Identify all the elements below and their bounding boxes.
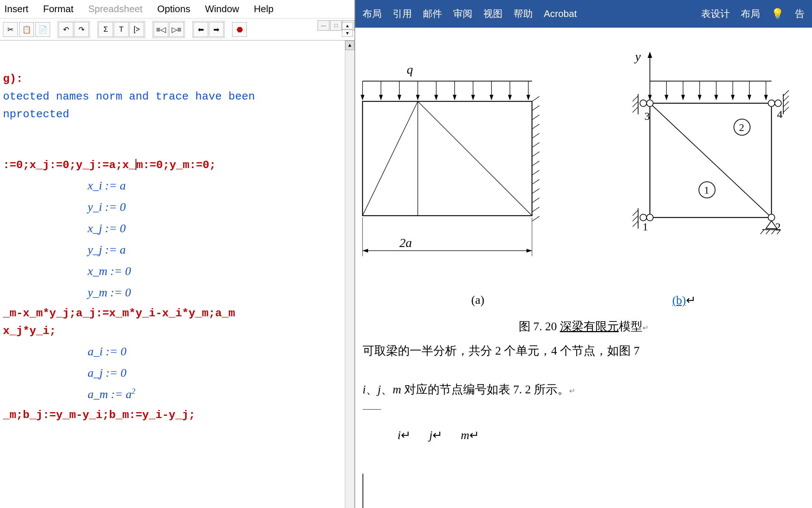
back-button[interactable]: ⬅ bbox=[193, 22, 208, 37]
scissors-icon: ✂ bbox=[7, 25, 14, 34]
ribbon-mail[interactable]: 邮件 bbox=[423, 7, 442, 20]
stop-button[interactable]: ⬣ bbox=[232, 22, 247, 37]
menu-insert[interactable]: Insert bbox=[4, 3, 28, 15]
text-button[interactable]: T bbox=[114, 22, 129, 37]
toolbar-down-button[interactable]: ▼ bbox=[342, 29, 353, 37]
figure-title: 图 7. 20 深梁有限元模型↵ bbox=[359, 314, 808, 339]
caption-row: (a) (b)↵ bbox=[359, 293, 808, 307]
svg-marker-8 bbox=[416, 95, 419, 100]
dimension-2a: 2a bbox=[399, 236, 412, 250]
svg-line-30 bbox=[532, 140, 539, 147]
node-4-label: 4 bbox=[777, 108, 783, 120]
svg-line-74 bbox=[633, 101, 638, 107]
svg-marker-12 bbox=[453, 95, 456, 100]
svg-marker-10 bbox=[435, 95, 438, 100]
paste-button[interactable]: 📄 bbox=[35, 22, 50, 37]
result-yj: y_j := a bbox=[88, 243, 126, 256]
undo-button[interactable]: ↶ bbox=[59, 22, 73, 37]
cut-button[interactable]: ✂ bbox=[3, 22, 18, 37]
svg-line-80 bbox=[633, 221, 638, 227]
svg-rect-21 bbox=[363, 101, 532, 216]
svg-marker-6 bbox=[398, 95, 401, 100]
figures-row: q bbox=[359, 35, 808, 286]
result-yi: y_i := 0 bbox=[88, 200, 126, 213]
svg-line-25 bbox=[532, 94, 539, 101]
svg-point-66 bbox=[768, 100, 775, 107]
worksheet-area[interactable]: g): otected names norm and trace have be… bbox=[0, 41, 354, 508]
ribbon-review[interactable]: 审阅 bbox=[453, 7, 472, 20]
menu-format[interactable]: Format bbox=[43, 3, 73, 15]
redo-icon: ↷ bbox=[78, 25, 85, 34]
triangle-down-icon: ▼ bbox=[345, 31, 350, 36]
svg-point-71 bbox=[640, 100, 647, 107]
svg-line-90 bbox=[766, 230, 770, 234]
lightbulb-icon[interactable]: 💡 bbox=[771, 8, 784, 20]
ribbon-reference[interactable]: 引用 bbox=[393, 7, 412, 20]
code-input-line[interactable]: :=0;x_j:=0;y_j:=a;x_m:=0;y_m:=0; bbox=[3, 156, 351, 174]
redo-button[interactable]: ↷ bbox=[74, 22, 89, 37]
svg-marker-58 bbox=[731, 95, 734, 100]
svg-marker-56 bbox=[715, 95, 718, 100]
svg-line-91 bbox=[771, 230, 775, 234]
svg-point-81 bbox=[775, 100, 781, 107]
ribbon-layout2[interactable]: 布局 bbox=[741, 7, 760, 20]
svg-line-73 bbox=[633, 96, 638, 101]
svg-point-67 bbox=[647, 214, 653, 221]
svg-point-68 bbox=[768, 214, 775, 221]
prompt-button[interactable]: [> bbox=[129, 22, 144, 37]
menu-help[interactable]: Help bbox=[254, 3, 273, 15]
svg-marker-2 bbox=[361, 95, 364, 100]
copy-button[interactable]: 📋 bbox=[19, 22, 34, 37]
document-area[interactable]: q bbox=[355, 28, 812, 508]
element-2-label: 2 bbox=[739, 122, 744, 133]
arrow-right-icon: ➡ bbox=[213, 25, 220, 34]
svg-marker-18 bbox=[508, 95, 511, 100]
paste-icon: 📄 bbox=[38, 25, 48, 34]
ribbon-layout[interactable]: 布局 bbox=[363, 7, 382, 20]
ribbon-view[interactable]: 视图 bbox=[483, 7, 503, 20]
svg-line-83 bbox=[783, 90, 789, 96]
result-ai: a_i := 0 bbox=[88, 345, 126, 358]
code-line-2: _m-x_m*y_j;a_j:=x_m*y_i-x_i*y_m;a_m bbox=[3, 305, 351, 322]
vertical-scrollbar[interactable]: ▲ bbox=[345, 41, 354, 508]
sigma-button[interactable]: Σ bbox=[98, 22, 113, 37]
code-line-4: _m;b_j:=y_m-y_i;b_m:=y_i-y_j; bbox=[3, 406, 351, 424]
svg-line-28 bbox=[532, 122, 539, 129]
svg-line-64 bbox=[650, 103, 771, 218]
indent-icon: ▷≡ bbox=[172, 25, 182, 34]
figure-a: q bbox=[359, 42, 539, 278]
svg-line-75 bbox=[633, 107, 638, 112]
triangle-up-icon: ▲ bbox=[345, 23, 350, 28]
menu-window[interactable]: Window bbox=[205, 3, 239, 15]
result-ym: y_m := 0 bbox=[88, 286, 131, 299]
svg-line-26 bbox=[532, 103, 539, 111]
toolbar-up-button[interactable]: ▲ bbox=[342, 22, 353, 29]
svg-marker-62 bbox=[764, 95, 767, 100]
svg-marker-20 bbox=[527, 95, 530, 100]
svg-point-65 bbox=[647, 100, 653, 107]
outdent-icon: ≡◁ bbox=[156, 25, 166, 34]
indent-button[interactable]: ▷≡ bbox=[169, 22, 184, 37]
svg-line-84 bbox=[783, 96, 789, 101]
svg-marker-45 bbox=[648, 52, 652, 58]
caption-a: (a) bbox=[471, 293, 484, 307]
svg-line-31 bbox=[532, 149, 539, 157]
svg-line-33 bbox=[532, 168, 539, 175]
svg-marker-14 bbox=[472, 95, 475, 100]
menubar: Insert Format Spreadsheet Options Window… bbox=[0, 0, 354, 18]
sigma-icon: Σ bbox=[104, 25, 108, 34]
svg-line-38 bbox=[532, 214, 539, 221]
outdent-button[interactable]: ≡◁ bbox=[154, 22, 168, 37]
ribbon-acrobat[interactable]: Acrobat bbox=[544, 8, 577, 20]
scroll-up-button[interactable]: ▲ bbox=[345, 41, 354, 50]
menu-spreadsheet[interactable]: Spreadsheet bbox=[88, 3, 142, 15]
forward-button[interactable]: ➡ bbox=[209, 22, 224, 37]
ribbon-table-design[interactable]: 表设计 bbox=[701, 7, 730, 20]
svg-line-35 bbox=[532, 186, 539, 194]
ribbon-help[interactable]: 帮助 bbox=[514, 7, 533, 20]
svg-marker-42 bbox=[363, 249, 368, 253]
maple-window: Insert Format Spreadsheet Options Window… bbox=[0, 0, 355, 508]
svg-line-36 bbox=[532, 195, 539, 203]
ribbon-tell-me[interactable]: 告 bbox=[795, 7, 805, 20]
menu-options[interactable]: Options bbox=[157, 3, 190, 15]
